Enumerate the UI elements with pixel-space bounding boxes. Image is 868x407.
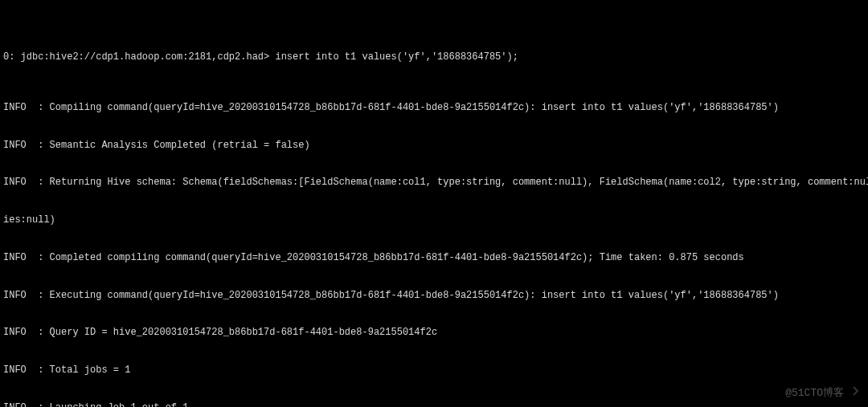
log-line: INFO : Returning Hive schema: Schema(fie… [3,177,865,189]
log-line: INFO : Semantic Analysis Completed (retr… [3,140,865,153]
log-line: INFO : Completed compiling command(query… [3,252,865,265]
arrow-icon [837,372,862,402]
watermark-text: @51CTO博客 [785,387,844,401]
log-line: INFO : Total jobs = 1 [3,364,865,377]
log-section: INFO : Compiling command(queryId=hive_20… [3,77,865,407]
command-prompt: 0: jdbc:hive2://cdp1.hadoop.com:2181,cdp… [3,51,865,64]
log-line: ies:null) [3,214,865,227]
log-line: INFO : Launching Job 1 out of 1 [3,402,865,407]
log-line: INFO : Compiling command(queryId=hive_20… [3,102,865,115]
log-line: INFO : Query ID = hive_20200310154728_b8… [3,327,865,340]
log-line: INFO : Executing command(queryId=hive_20… [3,290,865,303]
